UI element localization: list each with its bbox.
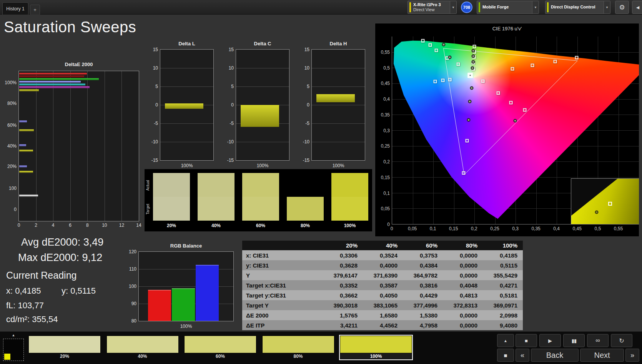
actual-color [287,173,324,197]
value-cell: 390,3018 [323,300,363,310]
row-label-cell: ΔE 2000 [242,310,323,320]
y-tick-label: 0,35 [375,112,390,118]
target-square-marker [457,63,460,66]
stop-button[interactable]: ■ [516,334,537,347]
actual-target-swatch-strip: Actual Target 20%40%60%80%100% [145,169,372,231]
actual-color [198,173,235,197]
deltae-bar [19,89,39,91]
actual-row-label: Actual [146,174,150,197]
y-tick-label: -10 [303,139,309,145]
top-bar: History 1 + X-Rite i1Pro 3 Direct View ▼… [0,0,642,15]
deltae-bar [19,166,27,168]
table-row: x: CIE310,33060,35240,37530,00000,4185 [242,250,523,260]
value-cell: 0,3628 [323,260,363,270]
value-cell: 0,4000 [363,260,403,270]
patch-button-20%[interactable]: 20% [28,335,101,360]
pause-button[interactable]: ▮▮ [563,334,585,347]
source-selector[interactable]: Mobile Forge ▼ [477,1,539,14]
display-control-name: Direct Display Control [551,5,604,10]
y-tick-label: 0 [14,207,17,212]
value-cell: 0,3753 [403,250,443,260]
chevron-down-icon[interactable]: ▼ [604,1,610,13]
gridline [121,71,122,221]
measured-dot-marker [472,55,475,58]
patch-button-40%[interactable]: 40% [106,335,180,360]
target-square-marker [428,43,432,47]
page-title: Saturation Sweeps [4,18,136,36]
x-tick-label: 0,5 [594,226,601,231]
next-button[interactable]: Next [580,349,624,362]
gridline [36,71,37,221]
target-color [153,197,190,221]
value-cell: 0,5115 [483,260,523,270]
target-square-marker [509,101,513,105]
next-chevron-button[interactable]: » [625,349,639,362]
gridline [139,269,233,269]
value-cell: 0,4185 [483,250,523,260]
y-tick-label: -10 [227,139,234,145]
swatch-label: 20% [153,223,190,228]
patch-button-60%[interactable]: 60% [183,335,257,360]
y-tick-label: 0,05 [375,206,390,211]
display-control-selector[interactable]: Direct Display Control ▼ [545,1,610,14]
patch-up-button[interactable]: ▲ [497,334,514,347]
deltae-bar [19,171,33,173]
settings-gear-button[interactable]: ⚙ [615,1,629,14]
gridline [53,71,53,221]
y-tick-label: 0,5 [375,65,390,71]
row-label-cell: ΔE ITP [242,320,323,330]
history-tab[interactable]: History 1 [2,2,28,15]
y-tick-label: 0,55 [375,50,390,55]
y-tick-label: 100 [129,284,136,289]
patch-window-preview[interactable]: ▲ [3,333,24,362]
patch-button-80%[interactable]: 80% [261,335,335,360]
value-cell: 0,0000 [443,250,483,260]
saturation-swatch: 20% [153,173,190,221]
y-tick-label: 0,3 [375,128,390,133]
value-cell: 0,4384 [403,260,443,270]
y-tick-label: -10 [151,139,158,145]
header-cell: 60% [403,241,443,250]
y-tick-label: -15 [303,158,309,163]
measured-dot-marker [442,43,446,47]
chevron-down-icon[interactable]: ▼ [532,1,539,13]
target-square-marker [434,80,437,83]
back-button[interactable]: Back [531,349,579,362]
continuous-measure-button[interactable]: ∞ [587,334,609,347]
y-tick-label: 15 [229,47,234,52]
x-tick-label: 0,2 [471,226,477,231]
y-tick-label: -5 [230,121,234,126]
collapse-panel-button[interactable]: ◀ [632,1,642,14]
value-cell: 0,4813 [443,290,483,300]
y-tick-label: 0,15 [375,175,390,180]
value-cell: 377,4996 [403,300,443,310]
chevron-down-icon[interactable]: ▼ [450,1,456,13]
table-row: ΔE 20001,57651,65801,53800,00002,0998 [242,310,523,320]
delta-l-plot: 151050-5-10-15 [160,49,214,161]
app-window: History 1 + X-Rite i1Pro 3 Direct View ▼… [0,0,642,364]
target-color [198,197,235,221]
swatch-label: 100% [331,223,368,228]
y-tick-label: 15 [153,47,158,52]
patch-window-button[interactable]: ■ [497,349,514,362]
x-axis-label: 100% [311,163,365,168]
x-tick-label: 0,35 [531,226,540,231]
y-tick-label: 40% [7,143,17,149]
delta-c-plot: 151050-5-10-15 [236,49,289,161]
meter-selector[interactable]: X-Rite i1Pro 3 Direct View ▼ [407,1,457,14]
back-chevron-button[interactable]: « [516,349,529,362]
value-cell: 4,4562 [363,320,403,330]
x-tick-label: 4 [52,223,55,228]
patch-button-100%[interactable]: 100% [339,335,413,360]
value-cell: 0,4271 [483,280,523,290]
chart-title: CIE 1976 u'v' [375,26,639,32]
value-cell: 4,7958 [403,320,443,330]
x-axis-label: 100% [138,324,234,329]
swatch-label: 80% [287,223,324,228]
refresh-button[interactable]: ↻ [611,334,632,347]
add-tab-button[interactable]: + [30,5,40,15]
play-button[interactable]: ▶ [539,334,561,347]
y-tick-label: 20% [7,164,17,169]
current-point-marker [467,73,472,78]
value-cell: 369,0971 [483,300,523,310]
